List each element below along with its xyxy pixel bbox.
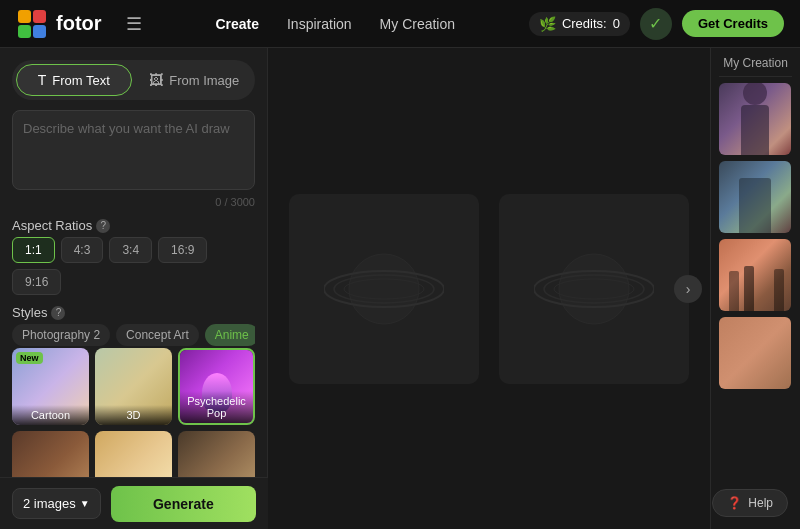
logo-text: fotor <box>56 12 102 35</box>
style-card-psychedelic-label: Psychedelic Pop <box>180 391 253 423</box>
canvas-placeholder-2 <box>499 194 689 384</box>
header-nav: Create Inspiration My Creation <box>215 16 455 32</box>
aspect-ratio-help-icon[interactable]: ? <box>96 219 110 233</box>
nav-create[interactable]: Create <box>215 16 259 32</box>
nav-my-creation[interactable]: My Creation <box>380 16 455 32</box>
nav-inspiration[interactable]: Inspiration <box>287 16 352 32</box>
check-icon-button[interactable]: ✓ <box>640 8 672 40</box>
bottom-bar: 2 images ▼ Generate <box>0 477 268 529</box>
fotor-logo-icon <box>16 8 48 40</box>
credits-label: Credits: <box>562 16 607 31</box>
tab-switcher: T From Text 🖼 From Image <box>12 60 255 100</box>
style-card-3d-label: 3D <box>95 405 172 425</box>
style-tag-photography2[interactable]: Photography 2 <box>12 324 110 346</box>
get-credits-button[interactable]: Get Credits <box>682 10 784 37</box>
svg-rect-2 <box>33 10 46 23</box>
right-panel: My Creation <box>710 48 800 529</box>
creation-thumb-4[interactable] <box>719 317 791 389</box>
prompt-area: 0 / 3000 <box>12 110 255 208</box>
style-tag-concept-art[interactable]: Concept Art <box>116 324 199 346</box>
credits-count: 0 <box>613 16 620 31</box>
help-circle-icon: ❓ <box>727 496 742 510</box>
svg-point-9 <box>559 254 629 324</box>
ratio-1-1[interactable]: 1:1 <box>12 237 55 263</box>
help-button[interactable]: ❓ Help <box>712 489 788 517</box>
styles-help-icon[interactable]: ? <box>51 306 65 320</box>
logo-area: fotor <box>16 8 102 40</box>
svg-rect-3 <box>18 25 31 38</box>
aspect-ratio-label: Aspect Ratios ? <box>12 218 255 233</box>
style-card-psychedelic[interactable]: Psychedelic Pop <box>178 348 255 425</box>
creation-thumb-1[interactable] <box>719 83 791 155</box>
style-card-new-badge: New <box>16 352 43 364</box>
planet-svg-2 <box>534 229 654 349</box>
creation-thumb-2[interactable] <box>719 161 791 233</box>
chevron-down-icon: ▼ <box>80 498 90 509</box>
leaf-icon: 🌿 <box>539 16 556 32</box>
svg-rect-1 <box>18 10 31 23</box>
planet-svg-1 <box>324 229 444 349</box>
canvas-next-arrow[interactable]: › <box>674 275 702 303</box>
header: fotor ☰ Create Inspiration My Creation 🌿… <box>0 0 800 48</box>
style-card-cartoon[interactable]: New Cartoon <box>12 348 89 425</box>
hamburger-icon[interactable]: ☰ <box>126 13 142 35</box>
aspect-ratio-section: Aspect Ratios ? 1:1 4:3 3:4 16:9 9:16 <box>12 218 255 295</box>
creation-thumb-3[interactable] <box>719 239 791 311</box>
char-count: 0 / 3000 <box>12 196 255 208</box>
canvas-placeholder-1 <box>289 194 479 384</box>
svg-point-5 <box>349 254 419 324</box>
svg-rect-4 <box>33 25 46 38</box>
ratio-3-4[interactable]: 3:4 <box>109 237 152 263</box>
ratio-16-9[interactable]: 16:9 <box>158 237 207 263</box>
ratio-9-16[interactable]: 9:16 <box>12 269 61 295</box>
prompt-input[interactable] <box>12 110 255 190</box>
text-icon: T <box>38 72 47 88</box>
styles-label: Styles ? <box>12 305 255 320</box>
style-tag-anime[interactable]: Anime <box>205 324 255 346</box>
ratio-4-3[interactable]: 4:3 <box>61 237 104 263</box>
credits-box: 🌿 Credits: 0 <box>529 12 630 36</box>
tab-from-text[interactable]: T From Text <box>16 64 132 96</box>
left-panel: T From Text 🖼 From Image 0 / 3000 Aspect… <box>0 48 268 529</box>
style-card-3d[interactable]: 3D <box>95 348 172 425</box>
style-card-cartoon-label: Cartoon <box>12 405 89 425</box>
image-icon: 🖼 <box>149 72 163 88</box>
images-select[interactable]: 2 images ▼ <box>12 488 101 519</box>
tab-from-image[interactable]: 🖼 From Image <box>138 64 252 96</box>
styles-tags-row: Photography 2 Concept Art Anime <box>12 324 255 348</box>
header-right: 🌿 Credits: 0 ✓ Get Credits <box>529 8 784 40</box>
generate-button[interactable]: Generate <box>111 486 256 522</box>
center-canvas: › <box>268 48 710 529</box>
my-creation-title: My Creation <box>719 56 792 77</box>
main-content: T From Text 🖼 From Image 0 / 3000 Aspect… <box>0 48 800 529</box>
aspect-ratios-group: 1:1 4:3 3:4 16:9 9:16 <box>12 237 255 295</box>
